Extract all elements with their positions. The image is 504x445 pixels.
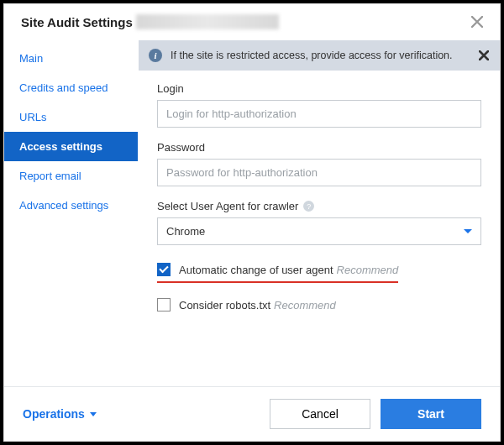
- close-icon: [471, 16, 483, 28]
- sidebar-item-label: Credits and speed: [19, 81, 108, 94]
- start-button[interactable]: Start: [381, 399, 481, 429]
- sidebar-item-label: Report email: [19, 170, 81, 182]
- checkbox-unchecked-icon: [157, 298, 171, 312]
- chevron-down-icon: [90, 412, 97, 416]
- auto-change-row-wrap: Automatic change of user agent Recommend: [157, 262, 481, 298]
- settings-sidebar: Main Credits and speed URLs Access setti…: [4, 40, 139, 386]
- close-button[interactable]: [468, 13, 486, 31]
- sidebar-item-label: Main: [19, 52, 43, 65]
- login-label: Login: [157, 82, 481, 95]
- password-input[interactable]: [157, 159, 481, 186]
- cancel-button[interactable]: Cancel: [270, 399, 370, 429]
- sidebar-item-label: Advanced settings: [19, 199, 108, 212]
- modal-title: Site Audit Settings: [21, 15, 133, 29]
- info-banner-text: If the site is restricted access, provid…: [171, 50, 453, 61]
- sidebar-item-access-settings[interactable]: Access settings: [4, 132, 138, 161]
- redacted-site-name: [136, 14, 279, 29]
- content-pane: i If the site is restricted access, prov…: [139, 40, 500, 386]
- operations-label: Operations: [23, 407, 85, 421]
- consider-robots-checkbox-row[interactable]: Consider robots.txt Recommend: [157, 298, 481, 312]
- recommend-badge: Recommend: [274, 299, 336, 312]
- password-label: Password: [157, 141, 481, 154]
- sidebar-item-main[interactable]: Main: [4, 44, 138, 73]
- help-icon[interactable]: ?: [303, 201, 314, 212]
- auto-change-user-agent-checkbox-row[interactable]: Automatic change of user agent Recommend: [157, 263, 398, 276]
- info-icon: i: [149, 49, 162, 62]
- info-banner: i If the site is restricted access, prov…: [139, 40, 500, 71]
- sidebar-item-credits-speed[interactable]: Credits and speed: [4, 73, 138, 102]
- banner-close-button[interactable]: [476, 48, 491, 63]
- sidebar-item-report-email[interactable]: Report email: [4, 161, 138, 191]
- sidebar-item-urls[interactable]: URLs: [4, 102, 138, 132]
- robots-label: Consider robots.txt: [179, 299, 270, 312]
- chevron-down-icon: [464, 229, 472, 233]
- sidebar-item-label: URLs: [19, 111, 47, 123]
- close-icon: [479, 50, 489, 60]
- modal-header: Site Audit Settings: [4, 4, 500, 40]
- modal-footer: Operations Cancel Start: [4, 386, 500, 441]
- user-agent-selected-value: Chrome: [166, 225, 205, 238]
- user-agent-select[interactable]: Chrome: [157, 217, 481, 245]
- modal-body: Main Credits and speed URLs Access setti…: [4, 40, 500, 386]
- sidebar-item-advanced-settings[interactable]: Advanced settings: [4, 191, 138, 220]
- user-agent-label: Select User Agent for crawler ?: [157, 200, 481, 212]
- operations-dropdown[interactable]: Operations: [23, 407, 97, 421]
- footer-buttons: Cancel Start: [270, 399, 481, 429]
- auto-change-highlight: Automatic change of user agent Recommend: [157, 263, 398, 283]
- auto-change-label: Automatic change of user agent: [179, 264, 333, 276]
- checkbox-checked-icon: [157, 263, 171, 276]
- site-audit-settings-modal: Site Audit Settings Main Credits and spe…: [3, 3, 501, 442]
- access-settings-form: Login Password Select User Agent for cra…: [139, 71, 500, 325]
- recommend-badge: Recommend: [337, 264, 399, 276]
- sidebar-item-label: Access settings: [19, 140, 102, 153]
- login-input[interactable]: [157, 100, 481, 128]
